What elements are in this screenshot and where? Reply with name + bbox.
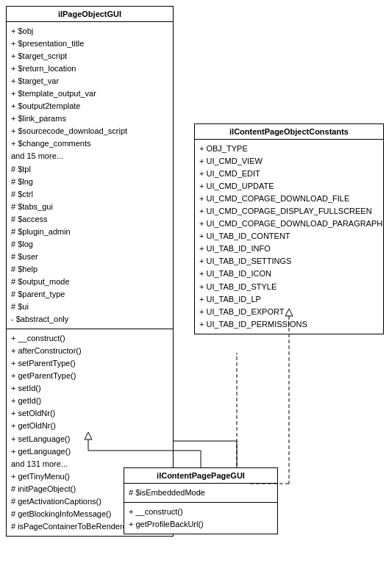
- method-set-old-nr: + setOldNr(): [11, 407, 168, 420]
- field-target-var: + $target_var: [11, 75, 168, 87]
- method-get-parent-type: + getParentType(): [11, 370, 168, 382]
- il-page-object-gui-box: ilPageObjectGUI + $obj + $presentation_t…: [6, 6, 174, 537]
- const-ui-cmd-copage-download-paragraph: + UI_CMD_COPAGE_DOWNLOAD_PARAGRAPH: [199, 218, 379, 230]
- diagram-container: ilPageObjectGUI + $obj + $presentation_t…: [0, 0, 389, 588]
- field-access: # $access: [11, 213, 168, 226]
- const-ui-cmd-copage-download-file: + UI_CMD_COPAGE_DOWNLOAD_FILE: [199, 193, 379, 205]
- method-construct2: + __construct(): [129, 506, 273, 518]
- field-link-params: + $link_params: [11, 112, 168, 125]
- const-ui-tab-id-icon: + UI_TAB_ID_ICON: [199, 268, 379, 280]
- field-log: # $log: [11, 238, 168, 251]
- method-after-constructor: + afterConstructor(): [11, 345, 168, 357]
- field-presentation-title: + $presentation_title: [11, 37, 168, 50]
- field-tpl: # $tpl: [11, 163, 168, 176]
- il-content-page-object-constants-title: ilContentPageObjectConstants: [195, 124, 383, 140]
- const-ui-cmd-edit: + UI_CMD_EDIT: [199, 168, 379, 180]
- const-ui-tab-id-content: + UI_TAB_ID_CONTENT: [199, 230, 379, 243]
- method-get-language: + getLanguage(): [11, 445, 168, 458]
- const-obj-type: + OBJ_TYPE: [199, 143, 379, 155]
- il-page-object-gui-title: ilPageObjectGUI: [7, 7, 173, 22]
- const-ui-tab-id-settings: + UI_TAB_ID_SETTINGS: [199, 255, 379, 268]
- const-ui-tab-id-style: + UI_TAB_ID_STYLE: [199, 281, 379, 293]
- field-target-script: + $target_script: [11, 50, 168, 62]
- method-set-parent-type: + setParentType(): [11, 357, 168, 370]
- il-content-page-object-constants-fields: + OBJ_TYPE + UI_CMD_VIEW + UI_CMD_EDIT +…: [195, 140, 383, 334]
- field-plugin-admin: # $plugin_admin: [11, 226, 168, 238]
- field-user: # $user: [11, 251, 168, 263]
- method-get-profile-back-url: + getProfileBackUrl(): [129, 518, 273, 531]
- field-lng: # $lng: [11, 176, 168, 188]
- field-tabs-gui: # $tabs_gui: [11, 201, 168, 213]
- field-parent-type: # $parent_type: [11, 288, 168, 301]
- field-ctrl: # $ctrl: [11, 188, 168, 201]
- const-ui-tab-id-info: + UI_TAB_ID_INFO: [199, 243, 379, 255]
- il-page-object-gui-fields: + $obj + $presentation_title + $target_s…: [7, 22, 173, 329]
- field-change-comments: + $change_comments: [11, 137, 168, 150]
- method-set-id: + setId(): [11, 382, 168, 395]
- field-and-more: and 15 more...: [11, 150, 168, 162]
- method-construct: + __construct(): [11, 332, 168, 345]
- field-help: # $help: [11, 263, 168, 276]
- field-output-mode: # $output_mode: [11, 276, 168, 288]
- il-content-page-page-gui-box: ilContentPagePageGUI # $isEmbeddedMode +…: [124, 467, 278, 534]
- field-output2template: + $output2template: [11, 100, 168, 112]
- il-content-page-object-constants-box: ilContentPageObjectConstants + OBJ_TYPE …: [194, 123, 384, 334]
- method-get-id: + getId(): [11, 395, 168, 407]
- field-ui: # $ui: [11, 301, 168, 313]
- const-ui-tab-id-export: + UI_TAB_ID_EXPORT: [199, 306, 379, 318]
- field-obj: + $obj: [11, 25, 168, 37]
- const-ui-tab-id-permissions: + UI_TAB_ID_PERMISSIONS: [199, 318, 379, 331]
- field-abstract-only: - $abstract_only: [11, 313, 168, 326]
- il-content-page-page-gui-fields: # $isEmbeddedMode: [124, 484, 277, 503]
- const-ui-cmd-update: + UI_CMD_UPDATE: [199, 180, 379, 193]
- const-ui-tab-id-lp: + UI_TAB_ID_LP: [199, 293, 379, 306]
- method-set-language: + setLanguage(): [11, 433, 168, 445]
- field-template-output-var: + $template_output_var: [11, 87, 168, 100]
- field-return-location: + $return_location: [11, 62, 168, 75]
- field-is-embedded-mode: # $isEmbeddedMode: [129, 487, 273, 499]
- il-content-page-page-gui-title: ilContentPagePageGUI: [124, 468, 277, 484]
- il-content-page-page-gui-methods: + __construct() + getProfileBackUrl(): [124, 503, 277, 534]
- method-get-old-nr: + getOldNr(): [11, 420, 168, 432]
- const-ui-cmd-copage-display-fullscreen: + UI_CMD_COPAGE_DISPLAY_FULLSCREEN: [199, 205, 379, 218]
- const-ui-cmd-view: + UI_CMD_VIEW: [199, 155, 379, 168]
- field-sourcecode-download: + $sourcecode_download_script: [11, 125, 168, 137]
